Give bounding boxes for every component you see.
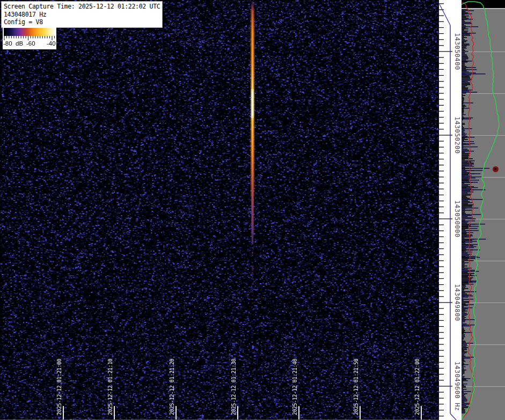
frequency-tick-label: 143049800 — [453, 284, 461, 321]
frequency-tick-label: 143049600 Hz — [453, 362, 461, 411]
time-tick-label: 2025-12-12 01:21:00 — [56, 359, 62, 415]
time-tick-mark — [421, 406, 422, 419]
frequency-tick-label: 143050200 — [453, 116, 461, 154]
time-tick-label: 2025-12-12 01:22:00 — [414, 359, 420, 415]
colorbar-label-unit: dB — [16, 40, 23, 47]
spectrum-marker-dot — [493, 166, 499, 172]
time-tick-label: 2025-12-12 01:21:10 — [107, 359, 113, 415]
frequency-tick-label: 143050400 — [453, 33, 461, 70]
colorbar-gradient — [4, 28, 55, 36]
time-tick-mark — [360, 406, 361, 419]
colorbar-label-max: -40 — [47, 40, 56, 47]
intensity-colorbar: -80 dB -60 -40 — [3, 27, 56, 49]
capture-info-box: Screen Capture Time: 2025-12-12 01:22:02… — [1, 1, 163, 28]
spectrum-panel-canvas — [462, 0, 505, 420]
time-tick-label: 2025-12-12 01:21:40 — [292, 359, 298, 415]
colorbar-label-min: -80 — [3, 40, 12, 47]
capture-time-text: Screen Capture Time: 2025-12-12 01:22:02… — [4, 3, 160, 11]
time-tick-mark — [237, 406, 238, 419]
time-tick-mark — [63, 406, 64, 419]
time-tick-label: 2025-12-12 01:21:20 — [169, 359, 175, 415]
time-tick-label: 2025-12-12 01:21:50 — [353, 359, 359, 415]
capture-frequency-text: 143048017 Hz — [4, 11, 160, 19]
time-tick-mark — [175, 406, 177, 419]
colorbar-label-mid: -60 — [26, 40, 35, 47]
time-tick-label: 2025-12-12 01:21:30 — [231, 359, 237, 415]
spectrum-marker-center — [494, 168, 496, 170]
time-tick-mark — [298, 406, 299, 419]
screen-capture-root: Screen Capture Time: 2025-12-12 01:22:02… — [0, 0, 505, 420]
frequency-tick-label: 143050000 — [453, 200, 461, 238]
time-tick-mark — [114, 406, 115, 419]
config-text: Config = V8 — [4, 18, 160, 26]
frequency-ruler: 1430504001430502001430500001430498001430… — [439, 0, 462, 420]
colorbar-labels: -80 dB -60 -40 — [3, 40, 56, 48]
spectrogram-waterfall-canvas — [0, 0, 439, 420]
